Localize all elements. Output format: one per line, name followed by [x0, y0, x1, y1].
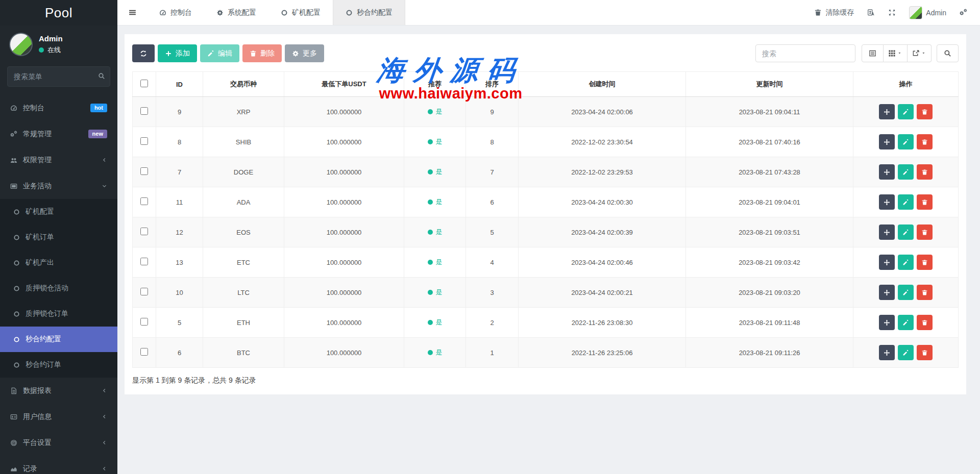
- edit-row-button[interactable]: [898, 164, 914, 180]
- edit-row-button[interactable]: [898, 285, 914, 300]
- edit-row-button[interactable]: [898, 194, 914, 210]
- sidebar-item-userinfo[interactable]: 用户信息: [0, 404, 117, 430]
- clear-cache-button[interactable]: 清除缓存: [814, 8, 854, 17]
- add-button[interactable]: 添加: [158, 44, 197, 62]
- delete-row-button[interactable]: [917, 345, 933, 360]
- table-search-input[interactable]: [755, 44, 855, 62]
- edit-row-button[interactable]: [898, 315, 914, 330]
- topbar-right: 清除缓存 Admin: [814, 0, 980, 25]
- sidebar-item-质押锁仓活动[interactable]: 质押锁仓活动: [0, 276, 117, 301]
- edit-row-button[interactable]: [898, 345, 914, 360]
- move-row-button[interactable]: [879, 285, 895, 300]
- sidebar-item-质押锁仓订单[interactable]: 质押锁仓订单: [0, 301, 117, 327]
- edit-button[interactable]: 编辑: [200, 44, 239, 62]
- row-checkbox[interactable]: [140, 137, 148, 145]
- row-checkbox[interactable]: [140, 167, 148, 175]
- edit-row-button[interactable]: [898, 134, 914, 149]
- column-header: ID: [156, 72, 203, 97]
- move-row-button[interactable]: [879, 315, 895, 330]
- cell-min_usdt: 100.000000: [284, 278, 404, 308]
- move-row-button[interactable]: [879, 194, 895, 210]
- move-row-button[interactable]: [879, 224, 895, 240]
- table-row: 6BTC100.000000是12022-11-26 23:25:062023-…: [133, 338, 959, 368]
- circle-icon: [13, 234, 20, 241]
- cell-updated: 2023-08-21 09:04:11: [686, 97, 853, 127]
- fullscreen-button[interactable]: [888, 9, 896, 16]
- delete-row-button[interactable]: [917, 164, 933, 180]
- sidebar-item-business[interactable]: 业务活动: [0, 173, 117, 199]
- admin-menu[interactable]: Admin: [909, 6, 946, 19]
- sidebar-item-general[interactable]: 常规管理new: [0, 121, 117, 147]
- sidebar-item-秒合约配置[interactable]: 秒合约配置: [0, 327, 117, 352]
- export-button[interactable]: [908, 44, 932, 62]
- move-row-button[interactable]: [879, 104, 895, 119]
- recommend-dot-icon: [428, 169, 433, 174]
- detail-view-button[interactable]: [862, 44, 884, 62]
- move-row-button[interactable]: [879, 345, 895, 360]
- row-checkbox[interactable]: [140, 228, 148, 235]
- sidebar-item-dashboard[interactable]: 控制台hot: [0, 95, 117, 121]
- move-row-button[interactable]: [879, 255, 895, 270]
- edit-row-button[interactable]: [898, 255, 914, 270]
- user-status: 在线: [39, 45, 63, 55]
- row-checkbox[interactable]: [140, 258, 148, 265]
- cell-coin: ETC: [203, 247, 284, 278]
- sidebar-item-platform[interactable]: 平台设置: [0, 430, 117, 456]
- sidebar-item-auth[interactable]: 权限管理: [0, 147, 117, 173]
- cell-updated: 2023-08-21 09:11:48: [686, 308, 853, 338]
- recommend-label: 是: [436, 258, 443, 267]
- move-row-button[interactable]: [879, 134, 895, 149]
- tab-控制台[interactable]: 控制台: [147, 0, 204, 25]
- move-row-button[interactable]: [879, 164, 895, 180]
- select-all-checkbox[interactable]: [140, 80, 148, 87]
- edit-row-button[interactable]: [898, 224, 914, 240]
- delete-button[interactable]: 删除: [242, 44, 282, 62]
- table-row: 11ADA100.000000是62023-04-24 02:00:302023…: [133, 187, 959, 217]
- sidebar-item-矿机配置[interactable]: 矿机配置: [0, 199, 117, 224]
- dashboard-icon: [10, 105, 17, 112]
- cell-created: 2022-12-02 23:29:53: [519, 157, 686, 187]
- more-button[interactable]: 更多: [285, 44, 324, 62]
- tab-系统配置[interactable]: 系统配置: [204, 0, 268, 25]
- row-checkbox[interactable]: [140, 318, 148, 326]
- tab-矿机配置[interactable]: 矿机配置: [268, 0, 333, 25]
- row-checkbox[interactable]: [140, 348, 148, 356]
- delete-row-button[interactable]: [917, 224, 933, 240]
- delete-row-button[interactable]: [917, 255, 933, 270]
- recommend-label: 是: [436, 348, 443, 357]
- row-checkbox[interactable]: [140, 197, 148, 205]
- chevron-left-icon: [102, 414, 107, 419]
- sidebar-item-矿机订单[interactable]: 矿机订单: [0, 224, 117, 250]
- badge-new: new: [88, 130, 107, 138]
- sidebar-item-label: 秒合约配置: [26, 335, 107, 344]
- refresh-button[interactable]: [132, 44, 155, 62]
- submenu-business: 矿机配置矿机订单矿机产出质押锁仓活动质押锁仓订单秒合约配置秒合约订单: [0, 199, 117, 378]
- columns-button[interactable]: [884, 44, 908, 62]
- data-table: ID交易币种最低下单USDT推荐排序创建时间更新时间操作 9XRP100.000…: [132, 71, 959, 368]
- cell-id: 12: [156, 217, 203, 247]
- settings-button[interactable]: [960, 9, 967, 16]
- search-button[interactable]: [937, 44, 959, 62]
- menu-search-input[interactable]: [7, 66, 110, 87]
- cell-sort: 6: [466, 187, 519, 217]
- table-row: 8SHIB100.000000是82022-12-02 23:30:542023…: [133, 127, 959, 157]
- sidebar-toggle-button[interactable]: [117, 0, 147, 25]
- translate-button[interactable]: [867, 9, 875, 16]
- edit-row-button[interactable]: [898, 104, 914, 119]
- sidebar-item-秒合约订单[interactable]: 秒合约订单: [0, 352, 117, 378]
- sidebar-item-reports[interactable]: 数据报表: [0, 378, 117, 404]
- delete-row-button[interactable]: [917, 315, 933, 330]
- column-header: 更新时间: [686, 72, 853, 97]
- delete-row-button[interactable]: [917, 104, 933, 119]
- sidebar-item-records[interactable]: 记录: [0, 456, 117, 474]
- row-checkbox[interactable]: [140, 288, 148, 295]
- delete-row-button[interactable]: [917, 285, 933, 300]
- sidebar-item-矿机产出[interactable]: 矿机产出: [0, 250, 117, 276]
- tab-秒合约配置[interactable]: 秒合约配置: [333, 0, 405, 25]
- cell-id: 10: [156, 278, 203, 308]
- delete-row-button[interactable]: [917, 194, 933, 210]
- app-logo: Pool: [0, 0, 117, 26]
- row-checkbox[interactable]: [140, 107, 148, 115]
- table-toolbar: 添加编辑删除更多: [132, 44, 959, 62]
- delete-row-button[interactable]: [917, 134, 933, 149]
